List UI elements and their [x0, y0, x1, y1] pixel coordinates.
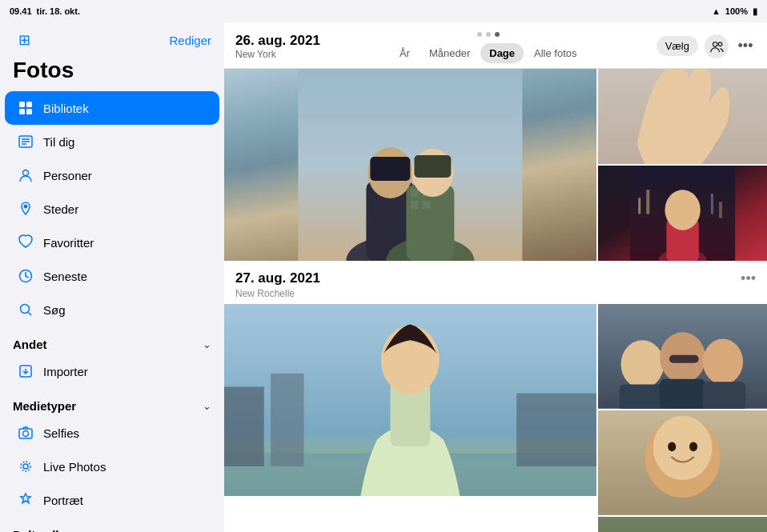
sidebar-item-soeg[interactable]: Søg [5, 293, 219, 326]
sidebar-favoritter-label: Favoritter [43, 236, 94, 250]
svg-point-64 [668, 442, 676, 451]
people-button[interactable] [705, 34, 729, 58]
tab-aar[interactable]: År [391, 43, 419, 63]
photo-cell-woman-night[interactable] [598, 166, 767, 261]
dot-indicator [477, 29, 500, 40]
sidebar-selfies-label: Selfies [43, 426, 79, 440]
sidebar-item-personer[interactable]: Personer [5, 158, 219, 192]
day-more-button-27[interactable]: ••• [741, 270, 756, 287]
svg-point-8 [23, 170, 29, 176]
sidebar-portraet-label: Portræt [43, 494, 83, 507]
day-date-27: 27. aug. 2021 [235, 270, 320, 286]
photo-row-2 [224, 304, 767, 532]
selfies-icon [16, 423, 35, 442]
svg-point-44 [665, 190, 700, 230]
sidebar-item-live-photos[interactable]: Live Photos [5, 450, 219, 483]
svg-point-9 [24, 205, 27, 208]
svg-rect-47 [224, 386, 264, 466]
section-header-medietyper[interactable]: Medietyper ⌄ [0, 388, 224, 416]
sidebar-importer-label: Importer [43, 365, 88, 378]
sidebar-toggle-icon[interactable]: ⊞ [13, 29, 35, 51]
sidebar-soeg-label: Søg [43, 303, 66, 317]
sidebar-item-selfies[interactable]: Selfies [5, 416, 219, 450]
favoritter-icon [16, 233, 35, 252]
tab-maaneder[interactable]: Måneder [420, 43, 479, 63]
svg-rect-39 [646, 190, 649, 214]
status-bar: 09.41 tir. 18. okt. ▲ 100% ▮ [0, 0, 767, 22]
photo-cell-man-rest[interactable] [598, 410, 767, 515]
wifi-icon: ▲ [712, 6, 721, 16]
photo-cell-flowers[interactable] [598, 517, 767, 533]
main-layout: ⊞ Rediger Fotos Bibliotek [0, 22, 767, 532]
svg-rect-27 [370, 157, 410, 181]
tab-alle-fotos[interactable]: Alle fotos [525, 43, 585, 63]
more-options-button[interactable]: ••• [735, 36, 756, 57]
photo-cell-group[interactable] [598, 304, 767, 409]
dot-2 [486, 32, 491, 37]
svg-rect-41 [719, 202, 722, 218]
steder-icon [16, 199, 35, 218]
section-title-andet: Andet [13, 338, 47, 351]
sidebar-seneste-label: Seneste [43, 270, 87, 283]
svg-point-21 [713, 42, 717, 46]
sidebar-steder-label: Steder [43, 202, 78, 216]
svg-rect-3 [26, 109, 32, 114]
svg-rect-33 [422, 201, 430, 209]
sidebar-item-til-dig[interactable]: Til dig [5, 125, 219, 158]
section-header-delte-album[interactable]: Delte album ⌄ [0, 517, 224, 532]
sidebar-item-bibliotek[interactable]: Bibliotek [5, 91, 219, 125]
content-header: 26. aug. 2021 New York År Måneder Dage A… [224, 22, 767, 69]
svg-point-56 [703, 339, 743, 385]
sidebar-app-title: Fotos [0, 54, 224, 91]
dot-3 [495, 32, 500, 37]
section-header-andet[interactable]: Andet ⌄ [0, 326, 224, 354]
sidebar-item-seneste[interactable]: Seneste [5, 259, 219, 293]
svg-rect-49 [516, 394, 596, 466]
battery-icon: ▮ [753, 6, 757, 17]
sidebar-header: ⊞ Rediger [0, 22, 224, 54]
header-location: New York [235, 49, 320, 60]
sidebar-item-favoritter[interactable]: Favoritter [5, 226, 219, 259]
svg-point-17 [23, 464, 28, 469]
content-area: 26. aug. 2021 New York År Måneder Dage A… [224, 22, 767, 532]
svg-rect-40 [711, 194, 713, 214]
svg-point-11 [21, 305, 30, 314]
svg-rect-48 [271, 374, 303, 466]
svg-point-63 [653, 415, 712, 479]
sidebar: ⊞ Rediger Fotos Bibliotek [0, 22, 224, 532]
sidebar-live-photos-label: Live Photos [43, 460, 106, 474]
photo-scroll[interactable]: 27. aug. 2021 New Rochelle ••• [224, 69, 767, 532]
day-section-26aug [224, 69, 767, 261]
svg-line-12 [29, 313, 32, 316]
seneste-icon [16, 266, 35, 286]
chevron-andet-icon: ⌄ [203, 338, 211, 350]
header-date: 26. aug. 2021 [235, 33, 320, 49]
photo-cell-main-2[interactable] [224, 304, 596, 496]
svg-point-22 [718, 42, 722, 46]
header-date-block: 26. aug. 2021 New York [235, 33, 320, 60]
day-section-27aug: 27. aug. 2021 New Rochelle ••• [224, 262, 767, 532]
photo-cell-hand[interactable] [598, 69, 767, 164]
sidebar-item-steder[interactable]: Steder [5, 192, 219, 226]
bibliotek-icon [16, 98, 35, 118]
chevron-medietyper-icon: ⌄ [203, 400, 211, 412]
sidebar-item-importer[interactable]: Importer [5, 354, 219, 388]
tab-dage[interactable]: Dage [480, 43, 524, 63]
header-tabs: År Måneder Dage Alle fotos [391, 43, 586, 63]
svg-rect-2 [19, 109, 25, 114]
header-actions: Vælg ••• [657, 34, 756, 58]
status-bar-right: ▲ 100% ▮ [712, 6, 757, 17]
svg-rect-1 [26, 102, 32, 107]
svg-rect-35 [414, 155, 451, 178]
svg-rect-57 [669, 355, 699, 363]
status-date: tir. 18. okt. [37, 6, 80, 16]
status-time: 09.41 [10, 6, 32, 16]
sidebar-edit-button[interactable]: Rediger [169, 34, 211, 47]
sidebar-item-portraet[interactable]: Portræt [5, 483, 219, 517]
soeg-icon [16, 300, 35, 319]
svg-rect-60 [703, 382, 746, 409]
photo-cell-main-1[interactable] [224, 69, 596, 261]
svg-rect-66 [598, 517, 767, 533]
vaelg-button[interactable]: Vælg [657, 36, 698, 56]
svg-rect-58 [620, 385, 665, 409]
